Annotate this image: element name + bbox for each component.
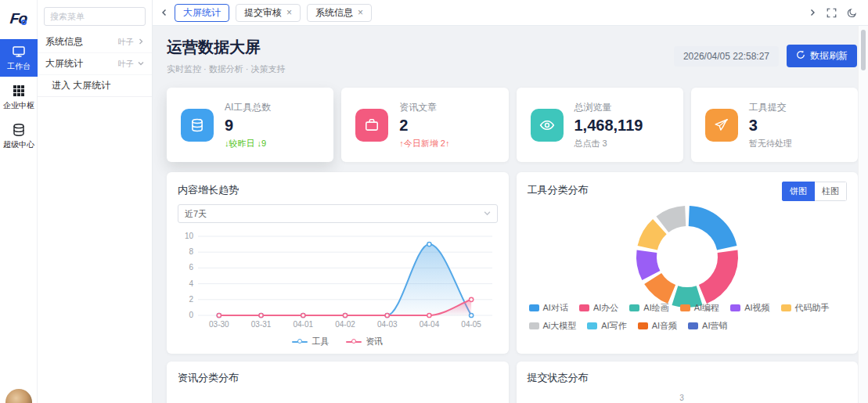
rail-item-enterprise-hub[interactable]: 企业中枢 — [0, 78, 38, 116]
chart-type-toggle: 饼图 柱图 — [782, 182, 847, 201]
range-select-value: 近7天 — [185, 208, 207, 220]
svg-text:3: 3 — [679, 394, 684, 402]
bar-toggle-button[interactable]: 柱图 — [815, 182, 847, 201]
legend-item[interactable]: AI视频 — [730, 302, 769, 314]
stat-trend: ↓较昨日 ↓9 — [225, 138, 271, 149]
tabs-scroll-right-icon[interactable] — [809, 9, 816, 16]
content-growth-card: 内容增长趋势 近7天 024681003-3003-3104-0104-0204… — [167, 172, 509, 354]
stat-label: 工具提交 — [749, 101, 792, 114]
stat-value: 3 — [749, 117, 792, 135]
svg-text:04-02: 04-02 — [335, 320, 355, 329]
sidebar-item-system-info[interactable]: 系统信息 叶子 — [38, 31, 152, 53]
svg-text:04-03: 04-03 — [377, 320, 398, 329]
svg-text:8: 8 — [189, 247, 193, 256]
menu-subitem-label: 进入 大屏统计 — [52, 79, 110, 92]
svg-text:10: 10 — [185, 232, 194, 240]
stat-sub: 总点击 3 — [574, 138, 643, 149]
svg-text:0: 0 — [189, 311, 193, 319]
svg-text:03-31: 03-31 — [251, 320, 272, 329]
legend-item[interactable]: AI写作 — [587, 320, 626, 332]
chevron-right-icon — [138, 38, 144, 46]
svg-text:03-30: 03-30 — [209, 320, 229, 329]
scrollbar-thumb[interactable] — [861, 30, 866, 70]
news-category-card: 资讯分类分布 — [167, 362, 509, 403]
legend-item[interactable]: AI编程 — [680, 302, 719, 314]
app-logo: Fo — [0, 0, 37, 38]
stat-label: 资讯文章 — [399, 101, 449, 114]
database-icon — [12, 123, 26, 137]
pie-toggle-button[interactable]: 饼图 — [782, 182, 815, 201]
donut-chart-legend: AI对话AI办公AI绘画AI编程AI视频代码助手Ai大模型AI写作AI音频AI营… — [529, 302, 851, 332]
fullscreen-icon[interactable] — [827, 8, 837, 18]
svg-text:04-05: 04-05 — [461, 320, 481, 329]
sidebar-subitem-enter-big-screen[interactable]: 进入 大屏统计 — [38, 75, 152, 97]
news-pie-chart — [167, 391, 509, 403]
tab-label: 大屏统计 — [183, 6, 221, 20]
refresh-icon — [796, 50, 805, 62]
left-rail: Fo 工作台 企业中枢 超级中心 — [0, 0, 38, 403]
status-bar-chart: 33 — [517, 385, 858, 403]
chevron-down-icon — [138, 59, 144, 68]
logo-text: Fo — [9, 10, 28, 27]
chart-title: 内容增长趋势 — [178, 183, 498, 197]
line-chart: 024681003-3003-3104-0104-0204-0304-0404-… — [178, 221, 498, 338]
legend-item[interactable]: AI音频 — [638, 320, 677, 332]
svg-text:04-04: 04-04 — [420, 320, 440, 329]
database-icon — [181, 109, 214, 142]
stat-label: AI工具总数 — [225, 101, 271, 114]
donut-chart — [517, 200, 858, 318]
sidebar-menu: 系统信息 叶子 大屏统计 叶子 进入 大屏统计 — [38, 0, 153, 403]
tab-system-info[interactable]: 系统信息 × — [307, 4, 372, 22]
tab-big-screen-stats[interactable]: 大屏统计 — [175, 4, 229, 22]
chart-title: 提交状态分布 — [528, 371, 848, 385]
svg-text:6: 6 — [189, 263, 193, 272]
rail-item-super-center[interactable]: 超级中心 — [0, 117, 38, 155]
stat-value: 2 — [399, 117, 449, 135]
legend-item[interactable]: 代码助手 — [781, 302, 830, 314]
menu-item-tag: 叶子 — [118, 37, 134, 48]
rail-item-workbench[interactable]: 工作台 — [0, 39, 38, 77]
stat-label: 总浏览量 — [574, 101, 643, 114]
legend-item[interactable]: AI办公 — [579, 302, 618, 314]
tab-label: 系统信息 — [315, 6, 353, 20]
chart-title: 资讯分类分布 — [178, 371, 498, 385]
legend-item[interactable]: AI对话 — [529, 302, 568, 314]
legend-item[interactable]: AI营销 — [688, 320, 727, 332]
legend-item[interactable]: AI绘画 — [629, 302, 668, 314]
stat-card-page-views: 总浏览量 1,468,119 总点击 3 — [517, 88, 683, 162]
tab-label: 提交审核 — [244, 6, 282, 20]
close-icon[interactable]: × — [286, 8, 292, 17]
svg-text:04-01: 04-01 — [293, 320, 313, 329]
eye-icon — [531, 109, 564, 142]
menu-item-label: 大屏统计 — [45, 57, 83, 70]
menu-item-label: 系统信息 — [45, 35, 83, 49]
legend-item[interactable]: 工具 — [292, 336, 329, 347]
close-icon[interactable]: × — [358, 8, 363, 17]
stat-value: 9 — [225, 117, 271, 135]
line-chart-legend: 工具资讯 — [167, 336, 509, 347]
legend-item[interactable]: Ai大模型 — [529, 320, 577, 332]
submission-status-card: 提交状态分布 33 — [517, 362, 859, 403]
monitor-icon — [12, 45, 26, 59]
data-refresh-button[interactable]: 数据刷新 — [787, 45, 857, 67]
svg-text:2: 2 — [189, 295, 193, 304]
tool-category-card: 工具分类分布 饼图 柱图 AI对话AI办公AI绘画AI编程AI视频代码助手Ai大… — [517, 172, 859, 354]
legend-item[interactable]: 资讯 — [346, 336, 383, 347]
tab-submit-review[interactable]: 提交审核 × — [236, 4, 301, 22]
user-avatar[interactable] — [5, 389, 32, 403]
sidebar-item-big-screen-stats[interactable]: 大屏统计 叶子 — [38, 53, 152, 75]
menu-item-tag: 叶子 — [118, 59, 134, 70]
paper-plane-icon — [705, 109, 738, 142]
dashboard-content: 运营数据大屏 实时监控 · 数据分析 · 决策支持 2026/04/05 22:… — [153, 26, 858, 403]
logo-dot-icon — [21, 20, 27, 25]
grid-icon — [12, 84, 26, 98]
datetime-display: 2026/04/05 22:58:27 — [674, 46, 779, 67]
moon-icon[interactable] — [847, 8, 857, 18]
search-input[interactable] — [44, 7, 146, 26]
stat-card-ai-tools: AI工具总数 9 ↓较昨日 ↓9 — [167, 88, 333, 162]
stat-value: 1,468,119 — [574, 117, 643, 135]
briefcase-icon — [355, 109, 388, 142]
refresh-button-label: 数据刷新 — [810, 49, 848, 63]
tabs-scroll-left-icon[interactable] — [160, 9, 168, 16]
chevron-down-icon — [484, 209, 491, 218]
